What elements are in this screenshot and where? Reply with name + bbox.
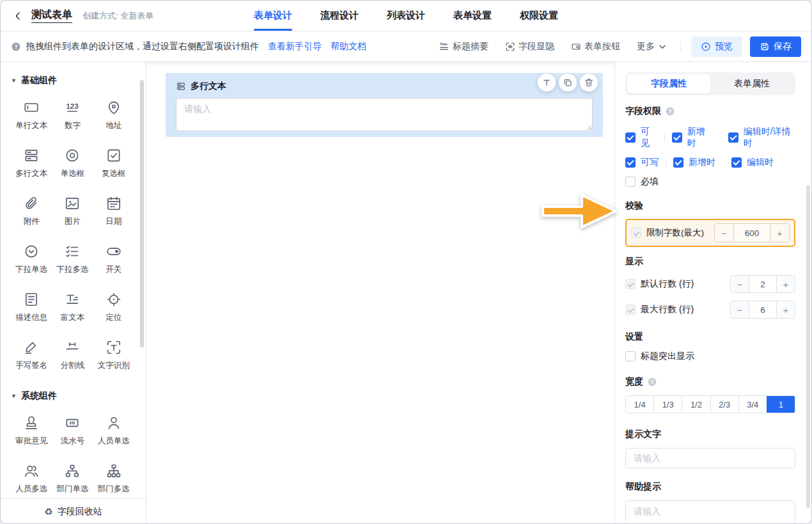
component-label: 人员多选 [15, 484, 47, 495]
component-item-单行文本[interactable]: 单行文本 [11, 99, 52, 131]
width-option-1[interactable]: 1 [767, 396, 795, 413]
width-option-1/4[interactable]: 1/4 [626, 396, 653, 413]
title-highlight-row: 标题突出显示 [625, 351, 795, 362]
form-canvas[interactable]: 多行文本 [146, 62, 614, 524]
checkbox-label[interactable]: 编辑时 [747, 157, 774, 168]
component-item-人员单选[interactable]: 人员单选 [93, 415, 134, 447]
date-icon [105, 195, 122, 212]
checkbox-visible-on-create[interactable] [672, 132, 682, 143]
component-item-单选框[interactable]: 单选框 [52, 147, 93, 179]
checkbox-label[interactable]: 必填 [641, 176, 659, 187]
char-limit-row-highlighted: 限制字数(最大) − 600 + [625, 219, 795, 247]
component-item-手写签名[interactable]: 手写签名 [11, 339, 52, 371]
component-item-人员多选[interactable]: 人员多选 [11, 463, 52, 495]
stepper: −2+ [730, 275, 795, 293]
tab-列表设计[interactable]: 列表设计 [387, 1, 425, 31]
toolbar-link[interactable]: 查看新手引导 [268, 41, 322, 52]
checkbox-title-highlight[interactable] [625, 351, 636, 361]
display-row: 最大行数 (行)−6+ [625, 301, 795, 319]
tab-流程设计[interactable]: 流程设计 [320, 1, 359, 31]
component-item-审批意见[interactable]: 审批意见 [11, 415, 52, 447]
resize-handle[interactable] [586, 124, 591, 130]
preview-button[interactable]: 预览 [691, 36, 742, 57]
stepper-minus-button[interactable]: − [715, 224, 733, 242]
field-recycle-bin-button[interactable]: ♻ 字段回收站 [1, 498, 146, 524]
component-item-部门多选[interactable]: 部门多选 [93, 463, 134, 495]
tab-权限设置[interactable]: 权限设置 [520, 1, 558, 31]
recycle-icon: ♻ [44, 507, 52, 516]
toolbar-action-标题摘要[interactable]: Title标题摘要 [439, 41, 488, 52]
checkbox-required[interactable] [625, 177, 636, 187]
checkbox-writable[interactable] [625, 157, 636, 168]
selected-field-card[interactable]: 多行文本 [166, 73, 603, 137]
checkbox-label[interactable]: 新增时 [687, 126, 712, 149]
sidebar-group-title[interactable]: ▼系统组件 [11, 390, 134, 402]
stepper-plus-button[interactable]: + [770, 224, 789, 242]
width-option-2/3[interactable]: 2/3 [710, 396, 738, 413]
svg-text:?: ? [668, 108, 671, 115]
component-item-复选框[interactable]: 复选框 [93, 147, 134, 179]
component-item-部门单选[interactable]: 部门单选 [52, 463, 93, 495]
width-option-3/4[interactable]: 3/4 [738, 396, 767, 413]
panel-scrollbar[interactable] [806, 185, 810, 508]
tab-表单设置[interactable]: 表单设置 [453, 1, 492, 31]
component-item-图片[interactable]: 图片 [52, 195, 93, 227]
stepper-plus-button[interactable]: + [777, 301, 795, 318]
width-title: 宽度 ? [625, 376, 795, 388]
component-item-描述信息[interactable]: 描述信息 [11, 291, 52, 323]
checkbox-writable-on-edit[interactable] [731, 157, 742, 168]
width-option-1/2[interactable]: 1/2 [682, 396, 710, 413]
component-item-文字识别[interactable]: 文字识别 [93, 339, 134, 371]
stepper-plus-button[interactable]: + [777, 276, 795, 292]
tab-field-properties[interactable]: 字段属性 [627, 74, 710, 93]
component-item-下拉多选[interactable]: 下拉多选 [52, 243, 93, 275]
checkbox-label[interactable]: 编辑时/详情时 [744, 126, 795, 149]
component-item-数字[interactable]: 123数字 [52, 99, 93, 131]
component-item-附件[interactable]: 附件 [11, 195, 52, 227]
delete-field-button[interactable] [580, 74, 598, 91]
help-tip-textarea[interactable] [625, 500, 795, 524]
checkbox-label[interactable]: 标题突出显示 [641, 351, 694, 362]
width-option-1/3[interactable]: 1/3 [653, 396, 682, 413]
component-item-开关[interactable]: 开关 [93, 243, 134, 275]
tab-form-properties[interactable]: 表单属性 [710, 74, 793, 93]
hint-text-input[interactable] [625, 448, 795, 468]
component-item-下拉单选[interactable]: 下拉单选 [11, 243, 52, 275]
duplicate-field-button[interactable] [559, 74, 577, 91]
component-item-流水号[interactable]: 流水号 [52, 415, 93, 447]
component-item-定位[interactable]: 定位 [93, 291, 134, 323]
checkbox-visible-on-edit-detail[interactable] [728, 132, 738, 143]
char-limit-value[interactable]: 600 [733, 224, 770, 242]
component-item-多行文本[interactable]: 多行文本 [11, 147, 52, 179]
toolbar-divider [680, 42, 681, 52]
page-title[interactable]: 测试表单 [31, 8, 72, 23]
creation-mode-label: 创建方式: 全新表单 [82, 10, 153, 22]
checkbox-label[interactable]: 可见 [641, 126, 657, 149]
toolbar-link[interactable]: 帮助文档 [331, 41, 366, 52]
toggle-title-button[interactable] [538, 74, 556, 91]
component-item-日期[interactable]: 日期 [93, 195, 134, 227]
save-button[interactable]: 保存 [750, 36, 801, 57]
stepper-value[interactable]: 2 [749, 276, 777, 292]
sidebar-group-title[interactable]: ▼基础组件 [11, 75, 134, 86]
toolbar-action-表单按钮[interactable]: 表单按钮 [571, 41, 620, 52]
component-item-富文本[interactable]: 富文本 [52, 291, 93, 323]
checkbox-label[interactable]: 新增时 [689, 157, 715, 168]
component-item-地址[interactable]: 地址 [93, 99, 134, 131]
stepper-minus-button[interactable]: − [731, 276, 749, 292]
checkbox-visible[interactable] [625, 132, 636, 143]
checkbox-label[interactable]: 可写 [641, 157, 659, 168]
field-textarea[interactable] [176, 98, 593, 131]
help-icon[interactable]: ? [665, 106, 675, 116]
component-item-分割线[interactable]: 分割线 [52, 339, 93, 371]
sidebar-scrollbar[interactable] [140, 80, 144, 347]
help-icon[interactable]: ? [647, 377, 657, 387]
stepper-value[interactable]: 6 [749, 301, 777, 318]
tab-表单设计[interactable]: 表单设计 [254, 1, 292, 31]
checkbox-writable-on-create[interactable] [673, 157, 683, 168]
more-button[interactable]: 更多 [637, 41, 668, 52]
stepper-minus-button[interactable]: − [731, 301, 749, 318]
preview-label: 预览 [715, 41, 733, 52]
toolbar-action-字段显隐[interactable]: 字段显隐 [505, 41, 554, 52]
back-button[interactable] [11, 9, 25, 23]
